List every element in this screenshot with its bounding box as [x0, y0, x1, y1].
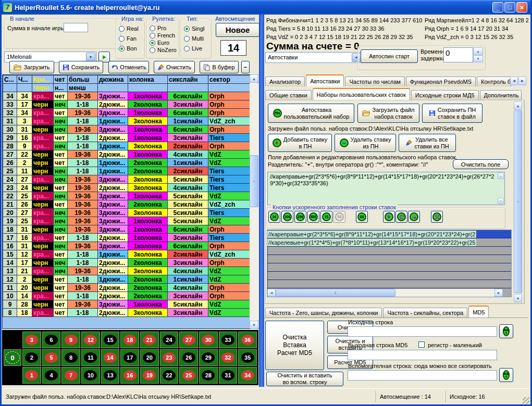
board-number-1[interactable]: 1 — [22, 367, 41, 384]
title-bar[interactable]: 7 HelperRoullet 5.6- create helperroulle… — [0, 0, 532, 15]
panel-vertical-scrollbar[interactable]: ▲ ≡ ▼ — [514, 102, 522, 302]
history-row[interactable]: 1014кра...чет1-182дюжи...2колонка3сиклай… — [3, 292, 251, 300]
tab-obshchie-stavki[interactable]: Общие ставки — [265, 90, 312, 100]
scroll-right-icon[interactable]: ► — [494, 289, 503, 297]
edit-scroll-down-icon[interactable]: ▼ — [498, 198, 504, 204]
history-row[interactable]: 2027кра...неч19-363дюжи...3колонка5сикла… — [3, 209, 251, 217]
autospin-start-button[interactable]: Автоспин старт — [361, 49, 418, 63]
radio-multi[interactable]: Multi — [184, 35, 204, 42]
coin-button-50€[interactable]: 50€ — [307, 211, 319, 223]
column-header[interactable]: больш — [68, 75, 98, 84]
list-horizontal-scrollbar[interactable]: ◄ ⦀ ► — [267, 289, 503, 297]
radio-dot-icon[interactable] — [119, 26, 125, 32]
history-row[interactable]: 2916кра...чет1-182дюжи...1колонка3сиклай… — [3, 134, 251, 142]
bet-set-row[interactable]: //карелевые+gr(1*2*4*5)+gr(7*8*10*11)+gr… — [267, 238, 511, 247]
history-row[interactable]: 122чернчет1-181дюжи...2колонка1сиклайнVd… — [3, 275, 251, 284]
board-number-18[interactable]: 18 — [120, 332, 139, 348]
scroll-left-icon[interactable]: ◄ — [267, 289, 276, 297]
history-row[interactable]: 1512кра...чет1-181дюжи...3колонка2сиклай… — [3, 250, 251, 259]
tab-nabory-stavok[interactable]: Наборы пользовательских ставок — [313, 88, 410, 100]
coin-button-1$[interactable]: 1$ — [320, 211, 332, 223]
history-row[interactable]: 1120чернчет19-362дюжи...2колонка4сиклайн… — [3, 284, 251, 292]
board-number-15[interactable]: 15 — [101, 332, 120, 348]
history-row[interactable]: 3234кра...чет19-363дюжи...1колонка6сикла… — [3, 109, 251, 117]
history-row[interactable]: 2427кра...неч19-363дюжи...3колонка5сикла… — [3, 175, 251, 184]
board-number-26[interactable]: 26 — [179, 349, 198, 366]
tab-chastota-siklajny[interactable]: Частота - сиклайны, сектора — [383, 308, 467, 318]
add-bet-button[interactable]: + Добавить ставкув ПН — [268, 134, 332, 152]
md5-source-input[interactable] — [348, 326, 497, 337]
resize-grip[interactable] — [523, 397, 529, 404]
board-zero[interactable]: 0 — [4, 349, 21, 366]
radio-singl[interactable]: Singl — [184, 26, 204, 32]
spinner-down-icon[interactable]: ▼ — [473, 55, 483, 62]
autobet-user-set-button[interactable]: ПН Автоставкапользовательский набор — [268, 104, 354, 123]
undo-button[interactable]: Отменить — [108, 61, 149, 73]
history-row[interactable]: 1417черннеч1-182дюжи...2колонка3сиклайнO… — [3, 259, 251, 267]
board-number-19[interactable]: 19 — [140, 367, 159, 384]
refresh-bets-button[interactable] — [395, 211, 407, 223]
board-number-22[interactable]: 22 — [160, 367, 179, 384]
save-bet-set-file-button[interactable]: Сохранить ПНставок в файл — [422, 104, 482, 123]
scroll-up-icon[interactable]: ▲ — [514, 102, 522, 110]
radio-dot-icon[interactable] — [150, 26, 155, 31]
play-bets-button[interactable] — [383, 211, 395, 223]
board-number-11[interactable]: 11 — [81, 349, 100, 366]
radio-dot-icon[interactable] — [150, 40, 155, 46]
delay-input[interactable]: 0 — [443, 47, 473, 62]
scrollbar-thumb[interactable]: ⦀ — [276, 289, 395, 297]
scroll-up-icon[interactable]: ▲ — [250, 74, 258, 83]
column-header[interactable]: дюжина — [98, 75, 128, 84]
history-row[interactable]: 3434кра...чет19-363дюжи...1колонка6сикла… — [3, 92, 251, 100]
coin-button-10€[interactable]: 10€ — [281, 211, 293, 223]
md5-aux-icon-button[interactable]: МД5 — [499, 368, 513, 382]
scrollbar-thumb[interactable]: ≡ — [514, 110, 522, 293]
collapse-button[interactable]: − — [241, 61, 250, 73]
board-number-12[interactable]: 12 — [81, 332, 100, 348]
bet-edit-field[interactable]: //кареправые+gr(2*3*5*6)+gr(8*9*11*12)+g… — [267, 172, 505, 205]
column-header[interactable]: сектор — [208, 75, 251, 84]
lowercase-checkbox[interactable] — [418, 341, 425, 348]
radio-euro[interactable]: Euro — [150, 40, 177, 46]
history-row[interactable]: 2126чернчет19-363дюжи...2колонка5сиклайн… — [3, 200, 251, 209]
board-number-29[interactable]: 29 — [199, 349, 218, 366]
board-number-32[interactable]: 32 — [219, 349, 238, 366]
history-row[interactable]: 1831черннеч19-363дюжи...1колонка6сиклайн… — [3, 225, 251, 234]
start-sum-input[interactable] — [64, 23, 88, 32]
board-number-24[interactable]: 24 — [160, 332, 179, 348]
radio-dot-icon[interactable] — [150, 47, 155, 53]
copy-to-buffer-button[interactable]: В буфер — [200, 61, 239, 73]
tab-avtostavki[interactable]: Автоставки — [306, 74, 344, 86]
board-number-4[interactable]: 4 — [42, 367, 61, 384]
tab-iskhodnye-stroki-md5[interactable]: Исходные строки МД5 — [411, 90, 479, 100]
board-number-35[interactable]: 35 — [238, 349, 257, 366]
radio-dot-icon[interactable] — [184, 36, 190, 42]
tab-md5[interactable]: MD5 — [468, 306, 489, 318]
history-row[interactable]: 3031черннеч19-363дюжи...1колонка6сиклайн… — [3, 125, 251, 134]
load-button[interactable]: Загрузить — [9, 61, 54, 73]
board-number-16[interactable]: 16 — [120, 367, 139, 384]
md5-output-input[interactable] — [348, 350, 497, 360]
board-number-30[interactable]: 30 — [199, 332, 218, 348]
column-header[interactable]: С... — [3, 75, 17, 84]
board-number-23[interactable]: 23 — [160, 349, 179, 366]
board-number-36[interactable]: 36 — [238, 332, 257, 348]
board-number-13[interactable]: 13 — [101, 367, 120, 384]
close-button[interactable]: × — [516, 2, 527, 12]
board-number-8[interactable]: 8 — [61, 349, 80, 366]
radio-dot-icon[interactable] — [150, 33, 155, 39]
history-row[interactable]: 1925кра...неч19-363дюжи...1колонка5сикла… — [3, 217, 251, 225]
coin-button-1€[interactable]: 1€ — [268, 211, 280, 223]
history-row[interactable]: 2225кра...неч19-363дюжи...1колонка5сикла… — [3, 192, 251, 200]
history-row[interactable]: 1716кра...чет1-182дюжи...1колонка3сиклай… — [3, 234, 251, 242]
radio-live[interactable]: Live — [184, 45, 204, 52]
coin-button-0$[interactable]: 0$ — [356, 211, 368, 223]
board-number-2[interactable]: 2 — [22, 349, 41, 366]
tab-analizator[interactable]: Анализатор — [265, 77, 305, 86]
history-row[interactable]: 289кра...неч1-181дюжи...3колонка2сиклайн… — [3, 142, 251, 150]
radio-fan[interactable]: Fan — [119, 35, 139, 42]
board-number-21[interactable]: 21 — [140, 332, 159, 348]
apply-bets-button[interactable] — [408, 211, 420, 223]
board-number-6[interactable]: 6 — [42, 332, 61, 348]
radio-pro[interactable]: Pro — [150, 25, 177, 31]
